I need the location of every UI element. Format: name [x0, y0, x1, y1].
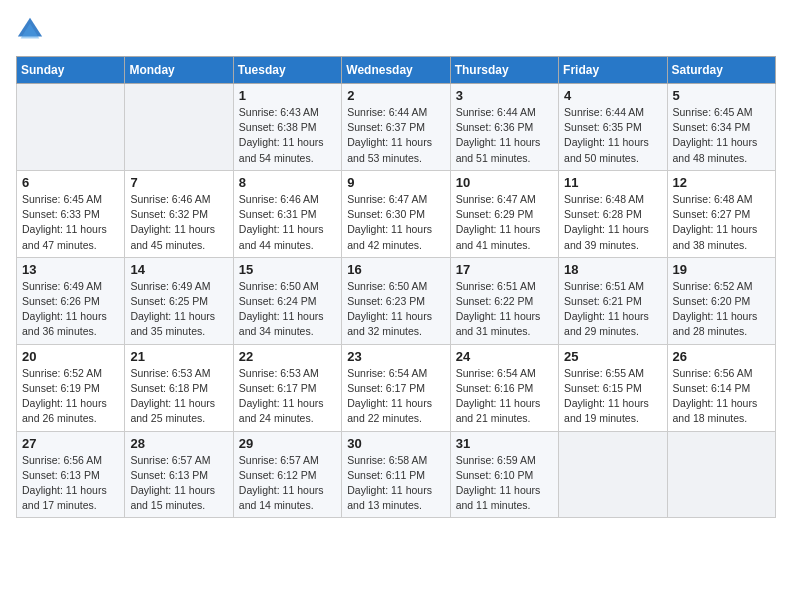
day-info: Sunrise: 6:47 AMSunset: 6:29 PMDaylight:… [456, 192, 553, 253]
day-number: 29 [239, 436, 336, 451]
day-info: Sunrise: 6:57 AMSunset: 6:12 PMDaylight:… [239, 453, 336, 514]
calendar-cell: 27Sunrise: 6:56 AMSunset: 6:13 PMDayligh… [17, 431, 125, 518]
day-info: Sunrise: 6:46 AMSunset: 6:31 PMDaylight:… [239, 192, 336, 253]
day-number: 3 [456, 88, 553, 103]
day-number: 9 [347, 175, 444, 190]
logo [16, 16, 48, 44]
day-number: 23 [347, 349, 444, 364]
day-info: Sunrise: 6:43 AMSunset: 6:38 PMDaylight:… [239, 105, 336, 166]
day-info: Sunrise: 6:54 AMSunset: 6:16 PMDaylight:… [456, 366, 553, 427]
calendar-cell: 31Sunrise: 6:59 AMSunset: 6:10 PMDayligh… [450, 431, 558, 518]
calendar-cell: 10Sunrise: 6:47 AMSunset: 6:29 PMDayligh… [450, 170, 558, 257]
day-number: 12 [673, 175, 770, 190]
calendar-cell: 1Sunrise: 6:43 AMSunset: 6:38 PMDaylight… [233, 84, 341, 171]
calendar-cell: 16Sunrise: 6:50 AMSunset: 6:23 PMDayligh… [342, 257, 450, 344]
page-header [16, 16, 776, 44]
day-info: Sunrise: 6:50 AMSunset: 6:23 PMDaylight:… [347, 279, 444, 340]
day-number: 27 [22, 436, 119, 451]
weekday-header: Monday [125, 57, 233, 84]
calendar-cell: 3Sunrise: 6:44 AMSunset: 6:36 PMDaylight… [450, 84, 558, 171]
calendar-cell: 18Sunrise: 6:51 AMSunset: 6:21 PMDayligh… [559, 257, 667, 344]
day-info: Sunrise: 6:54 AMSunset: 6:17 PMDaylight:… [347, 366, 444, 427]
day-number: 1 [239, 88, 336, 103]
day-info: Sunrise: 6:50 AMSunset: 6:24 PMDaylight:… [239, 279, 336, 340]
day-number: 17 [456, 262, 553, 277]
day-number: 4 [564, 88, 661, 103]
day-info: Sunrise: 6:45 AMSunset: 6:33 PMDaylight:… [22, 192, 119, 253]
calendar-cell: 4Sunrise: 6:44 AMSunset: 6:35 PMDaylight… [559, 84, 667, 171]
day-number: 19 [673, 262, 770, 277]
day-number: 25 [564, 349, 661, 364]
calendar-cell: 25Sunrise: 6:55 AMSunset: 6:15 PMDayligh… [559, 344, 667, 431]
calendar-cell: 26Sunrise: 6:56 AMSunset: 6:14 PMDayligh… [667, 344, 775, 431]
day-number: 6 [22, 175, 119, 190]
day-info: Sunrise: 6:44 AMSunset: 6:35 PMDaylight:… [564, 105, 661, 166]
day-info: Sunrise: 6:55 AMSunset: 6:15 PMDaylight:… [564, 366, 661, 427]
calendar-table: SundayMondayTuesdayWednesdayThursdayFrid… [16, 56, 776, 518]
day-number: 2 [347, 88, 444, 103]
calendar-week-row: 13Sunrise: 6:49 AMSunset: 6:26 PMDayligh… [17, 257, 776, 344]
calendar-cell: 12Sunrise: 6:48 AMSunset: 6:27 PMDayligh… [667, 170, 775, 257]
day-number: 11 [564, 175, 661, 190]
calendar-week-row: 20Sunrise: 6:52 AMSunset: 6:19 PMDayligh… [17, 344, 776, 431]
calendar-cell: 28Sunrise: 6:57 AMSunset: 6:13 PMDayligh… [125, 431, 233, 518]
day-number: 14 [130, 262, 227, 277]
day-info: Sunrise: 6:44 AMSunset: 6:37 PMDaylight:… [347, 105, 444, 166]
weekday-header: Thursday [450, 57, 558, 84]
day-info: Sunrise: 6:59 AMSunset: 6:10 PMDaylight:… [456, 453, 553, 514]
calendar-cell: 19Sunrise: 6:52 AMSunset: 6:20 PMDayligh… [667, 257, 775, 344]
day-info: Sunrise: 6:53 AMSunset: 6:17 PMDaylight:… [239, 366, 336, 427]
day-number: 26 [673, 349, 770, 364]
calendar-week-row: 1Sunrise: 6:43 AMSunset: 6:38 PMDaylight… [17, 84, 776, 171]
day-info: Sunrise: 6:53 AMSunset: 6:18 PMDaylight:… [130, 366, 227, 427]
calendar-cell: 17Sunrise: 6:51 AMSunset: 6:22 PMDayligh… [450, 257, 558, 344]
calendar-cell [125, 84, 233, 171]
calendar-cell: 21Sunrise: 6:53 AMSunset: 6:18 PMDayligh… [125, 344, 233, 431]
weekday-header: Tuesday [233, 57, 341, 84]
day-info: Sunrise: 6:44 AMSunset: 6:36 PMDaylight:… [456, 105, 553, 166]
day-number: 24 [456, 349, 553, 364]
weekday-header-row: SundayMondayTuesdayWednesdayThursdayFrid… [17, 57, 776, 84]
calendar-cell: 13Sunrise: 6:49 AMSunset: 6:26 PMDayligh… [17, 257, 125, 344]
day-number: 18 [564, 262, 661, 277]
day-number: 28 [130, 436, 227, 451]
day-info: Sunrise: 6:45 AMSunset: 6:34 PMDaylight:… [673, 105, 770, 166]
calendar-cell: 24Sunrise: 6:54 AMSunset: 6:16 PMDayligh… [450, 344, 558, 431]
day-info: Sunrise: 6:49 AMSunset: 6:26 PMDaylight:… [22, 279, 119, 340]
weekday-header: Friday [559, 57, 667, 84]
calendar-cell: 23Sunrise: 6:54 AMSunset: 6:17 PMDayligh… [342, 344, 450, 431]
day-info: Sunrise: 6:52 AMSunset: 6:20 PMDaylight:… [673, 279, 770, 340]
day-info: Sunrise: 6:48 AMSunset: 6:27 PMDaylight:… [673, 192, 770, 253]
day-info: Sunrise: 6:48 AMSunset: 6:28 PMDaylight:… [564, 192, 661, 253]
day-number: 31 [456, 436, 553, 451]
day-info: Sunrise: 6:56 AMSunset: 6:14 PMDaylight:… [673, 366, 770, 427]
day-number: 22 [239, 349, 336, 364]
day-info: Sunrise: 6:51 AMSunset: 6:22 PMDaylight:… [456, 279, 553, 340]
calendar-cell: 2Sunrise: 6:44 AMSunset: 6:37 PMDaylight… [342, 84, 450, 171]
day-info: Sunrise: 6:58 AMSunset: 6:11 PMDaylight:… [347, 453, 444, 514]
day-number: 13 [22, 262, 119, 277]
calendar-cell: 7Sunrise: 6:46 AMSunset: 6:32 PMDaylight… [125, 170, 233, 257]
calendar-cell [17, 84, 125, 171]
calendar-cell: 6Sunrise: 6:45 AMSunset: 6:33 PMDaylight… [17, 170, 125, 257]
day-number: 8 [239, 175, 336, 190]
day-info: Sunrise: 6:52 AMSunset: 6:19 PMDaylight:… [22, 366, 119, 427]
calendar-cell [559, 431, 667, 518]
calendar-cell: 30Sunrise: 6:58 AMSunset: 6:11 PMDayligh… [342, 431, 450, 518]
calendar-cell: 9Sunrise: 6:47 AMSunset: 6:30 PMDaylight… [342, 170, 450, 257]
day-number: 16 [347, 262, 444, 277]
day-number: 10 [456, 175, 553, 190]
day-info: Sunrise: 6:57 AMSunset: 6:13 PMDaylight:… [130, 453, 227, 514]
day-number: 5 [673, 88, 770, 103]
day-number: 20 [22, 349, 119, 364]
calendar-cell: 14Sunrise: 6:49 AMSunset: 6:25 PMDayligh… [125, 257, 233, 344]
calendar-cell: 22Sunrise: 6:53 AMSunset: 6:17 PMDayligh… [233, 344, 341, 431]
day-info: Sunrise: 6:51 AMSunset: 6:21 PMDaylight:… [564, 279, 661, 340]
calendar-cell: 15Sunrise: 6:50 AMSunset: 6:24 PMDayligh… [233, 257, 341, 344]
calendar-week-row: 27Sunrise: 6:56 AMSunset: 6:13 PMDayligh… [17, 431, 776, 518]
calendar-cell: 5Sunrise: 6:45 AMSunset: 6:34 PMDaylight… [667, 84, 775, 171]
calendar-cell: 29Sunrise: 6:57 AMSunset: 6:12 PMDayligh… [233, 431, 341, 518]
day-info: Sunrise: 6:49 AMSunset: 6:25 PMDaylight:… [130, 279, 227, 340]
day-number: 30 [347, 436, 444, 451]
weekday-header: Saturday [667, 57, 775, 84]
